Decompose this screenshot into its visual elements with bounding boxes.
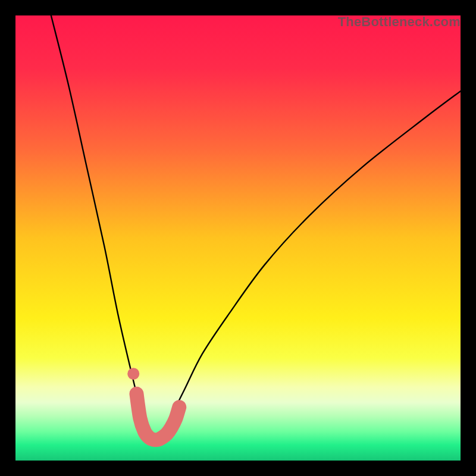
gradient-background <box>15 15 461 461</box>
watermark-label: TheBottleneck.com <box>338 15 461 30</box>
chart-area: TheBottleneck.com <box>15 15 461 461</box>
bottleneck-chart <box>15 15 461 461</box>
optimum-marker-dot <box>127 368 139 380</box>
